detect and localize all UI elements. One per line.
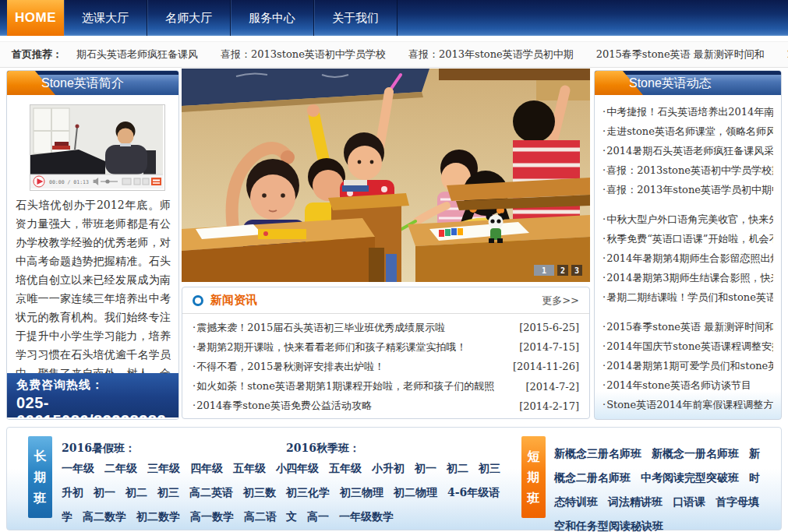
dynamics-link[interactable]: 暑期二期结课啦！学员们和stone英语老 [602, 287, 773, 307]
dynamics-link[interactable]: 2014暑期第3期师生结课合影照，快来 [602, 268, 773, 287]
course-link[interactable]: 高二数学 [83, 510, 126, 523]
ticker-items: 期石头英语老师疯狂备课风喜报：2013stone英语初中学员学校喜报：2013年… [76, 48, 788, 62]
video-time: 00:00 / 01:13 [49, 179, 89, 185]
news-title: 新闻资讯 [210, 293, 257, 308]
dynamics-link[interactable]: 中考捷报！石头英语培养出2014年南京 [602, 102, 773, 122]
course-link[interactable]: 初二 [447, 462, 468, 474]
nav-item[interactable]: 选课大厅 [64, 0, 147, 36]
dynamics-list: 中考捷报！石头英语培养出2014年南京走进stone英语名师课堂，领略名师风采2… [595, 95, 781, 414]
dynamics-link[interactable]: 2014暑期第1期可爱学员们和stone英语 [602, 356, 773, 375]
course-link[interactable]: 二年级 [104, 462, 137, 474]
news-panel: 新闻资讯 更多>> 震撼来袭！2015届石头英语初三毕业班优秀成绩展示啦 [20… [182, 287, 590, 419]
dynamics-link[interactable]: 喜报：2013年stone英语学员初中期中英 [602, 180, 773, 199]
dynamics-panel: Stone英语动态 中考捷报！石头英语培养出2014年南京走进stone英语名师… [594, 70, 782, 420]
dynamics-link[interactable]: 中秋大型户外口语角完美收官，快来先 [602, 210, 773, 229]
course-link[interactable]: 初三 [479, 462, 500, 474]
news-row[interactable]: 如火如荼！stone英语暑期第1期课程开始啦，老师和孩子们的靓照 [2014-7… [193, 377, 579, 396]
intro-panel-header: Stone英语简介 [7, 71, 178, 95]
news-row[interactable]: 2014春季stone英语免费公益活动攻略 [2014-2-17] [193, 396, 579, 416]
course-link[interactable]: 高二英语 [189, 486, 233, 499]
news-row-date: [2015-6-25] [519, 322, 579, 333]
course-link[interactable]: 初三物理 [340, 486, 383, 499]
summer-items: 一年级二年级三年级四年级五年级小升初初一初二初三高二英语初三数学高二数学初二数学… [62, 456, 289, 532]
carousel-page-button[interactable]: 1 [534, 265, 554, 276]
news-row[interactable]: 不得不看，2015暑秋测评安排表出炉啦！ [2014-11-26] [193, 357, 579, 376]
nav-item[interactable]: 名师大厅 [147, 0, 231, 36]
course-link[interactable]: 高一 [307, 510, 329, 523]
news-row-date: [2014-11-26] [513, 361, 579, 372]
video-thumbnail: 00:00 / 01:13 [30, 105, 163, 188]
news-list: 震撼来袭！2015届石头英语初三毕业班优秀成绩展示啦 [2015-6-25] 暑… [182, 314, 589, 416]
classroom-photo [182, 69, 590, 282]
course-link[interactable]: 一年级 [62, 462, 94, 474]
course-link[interactable]: 初一 [94, 486, 115, 499]
news-row-date: [2014-7-15] [519, 341, 579, 353]
nav-home-tab[interactable]: HOME [7, 0, 64, 36]
bullet-circle-icon [193, 295, 203, 306]
intro-paragraph: 石头培优创办于2012年底。师资力量强大，带班老师都是有公办学校教学经验的优秀老… [16, 196, 171, 392]
course-link[interactable]: 小升初 [372, 462, 405, 474]
dynamics-link[interactable]: 2014暑期石头英语老师疯狂备课风采展 [602, 141, 773, 160]
longterm-label: 长期班 [28, 436, 52, 518]
ticker-link[interactable]: 喜报：2013stone英语初中学员学校 [221, 48, 386, 62]
course-link[interactable]: 高一数学 [190, 510, 234, 523]
ticker-link[interactable]: 2015春季stone英语 最新测评时间和 [596, 48, 765, 62]
dynamics-title: Stone英语动态 [629, 71, 712, 95]
news-row-title: 不得不看，2015暑秋测评安排表出炉啦！ [193, 360, 502, 374]
course-link[interactable]: 初二数学 [136, 510, 180, 523]
shortterm-label-text: 短期班 [528, 446, 540, 509]
carousel-page-button[interactable]: 3 [571, 265, 582, 276]
dynamics-link[interactable]: 2014年暑期第4期师生合影留恋照出炉 [602, 248, 773, 268]
nav-item[interactable]: 服务中心 [231, 0, 314, 36]
dynamics-link[interactable]: 秋季免费“英语口语课”开始啦，机会不 [602, 229, 773, 248]
carousel-page-button[interactable]: 2 [557, 265, 568, 276]
news-row[interactable]: 震撼来袭！2015届石头英语初三毕业班优秀成绩展示啦 [2015-6-25] [193, 318, 579, 337]
autumn-items: 四年级五年级小升初初一初二初三初三化学初三物理初二物理4-6年级语文高一一年级数… [286, 456, 520, 529]
ticker-label: 首页推荐： [12, 48, 62, 62]
course-link[interactable]: 初二物理 [394, 486, 437, 499]
shortterm-course-block: 新概念三册名师班新概念一册名师班新概念二册名师班中考阅读完型突破班时态特训班词法… [554, 442, 767, 532]
shortterm-items: 新概念三册名师班新概念一册名师班新概念二册名师班中考阅读完型突破班时态特训班词法… [554, 442, 767, 532]
dynamics-link[interactable]: 走进stone英语名师课堂，领略名师风采 [602, 122, 773, 141]
course-link[interactable]: 新概念一册名师班 [652, 447, 739, 460]
summer-course-block: 2016暑假班： 一年级二年级三年级四年级五年级小升初初一初二初三高二英语初三数… [62, 439, 289, 532]
course-link[interactable]: 四年级 [190, 462, 223, 474]
course-link[interactable]: 新概念三册名师班 [554, 447, 641, 460]
hotline-box: 免费咨询热线： 025-66615086/83238382 [7, 373, 178, 417]
news-row-date: [2014-7-2] [525, 381, 579, 393]
news-more-link[interactable]: 更多>> [542, 294, 579, 308]
dynamics-link[interactable]: 喜报：2013stone英语初中学员学校期末 [602, 160, 773, 180]
dynamics-link[interactable]: 2014年stone英语名师访谈节目 [602, 375, 773, 395]
course-link[interactable]: 口语课 [673, 495, 705, 508]
course-link[interactable]: 词法精讲班 [608, 495, 663, 508]
news-row-date: [2014-2-17] [519, 400, 579, 412]
course-link[interactable]: 五年级 [329, 462, 362, 474]
dynamics-link[interactable]: Stone英语2014年前寒假课程调整方案 [602, 395, 773, 414]
recommend-ticker: 首页推荐： 期石头英语老师疯狂备课风喜报：2013stone英语初中学员学校喜报… [0, 41, 788, 68]
dynamics-group: 2015春季stone英语 最新测评时间和地2014年国庆节stone英语课程调… [602, 317, 773, 414]
course-link[interactable]: 一年级数学 [339, 510, 394, 523]
course-link[interactable]: 五年级 [233, 462, 266, 474]
shortterm-label: 短期班 [521, 436, 546, 518]
news-header: 新闻资讯 更多>> [182, 287, 589, 314]
course-link[interactable]: 初三化学 [286, 486, 330, 499]
dynamics-panel-header: Stone英语动态 [595, 71, 781, 95]
news-row-title: 2014春季stone英语免费公益活动攻略 [193, 399, 508, 413]
nav-item[interactable]: 关于我们 [314, 0, 398, 36]
main-navbar: HOME HOME选课大厅名师大厅服务中心关于我们 [0, 0, 788, 36]
course-link[interactable]: 初一 [415, 462, 436, 474]
intro-video-player[interactable]: 00:00 / 01:13 [30, 104, 165, 191]
course-link[interactable]: 初二 [125, 486, 147, 499]
dynamics-link[interactable]: 2015春季stone英语 最新测评时间和地 [602, 317, 773, 336]
course-link[interactable]: 四年级 [286, 462, 319, 474]
course-link[interactable]: 中考阅读完型突破班 [641, 471, 739, 484]
course-link[interactable]: 初三 [157, 486, 179, 499]
hotline-label: 免费咨询热线： [16, 378, 178, 393]
course-link[interactable]: 三年级 [147, 462, 180, 474]
nav-menu: HOME选课大厅名师大厅服务中心关于我们 [64, 0, 398, 36]
dynamics-link[interactable]: 2014年国庆节stone英语课程调整安排 [602, 336, 773, 356]
ticker-link[interactable]: 喜报：2013年stone英语学员初中期 [408, 48, 574, 62]
banner-carousel: 123 [182, 69, 590, 282]
news-row[interactable]: 暑期第2期开课啦，快来看看老师们和孩子精彩课堂实拍哦！ [2014-7-15] [193, 337, 579, 357]
ticker-link[interactable]: 期石头英语老师疯狂备课风 [76, 48, 198, 62]
